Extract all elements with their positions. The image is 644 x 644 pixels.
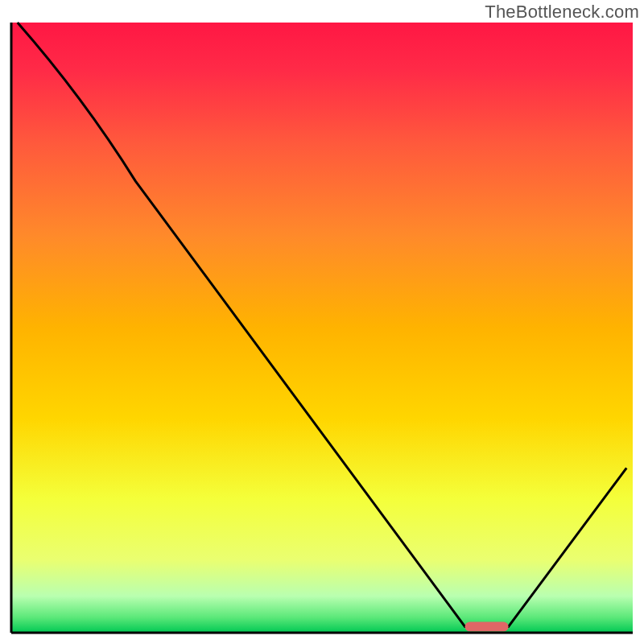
plot-background bbox=[11, 23, 633, 633]
bottleneck-chart bbox=[0, 0, 644, 644]
optimal-marker bbox=[465, 621, 509, 631]
chart-container: TheBottleneck.com bbox=[0, 0, 644, 644]
watermark-text: TheBottleneck.com bbox=[485, 2, 639, 23]
